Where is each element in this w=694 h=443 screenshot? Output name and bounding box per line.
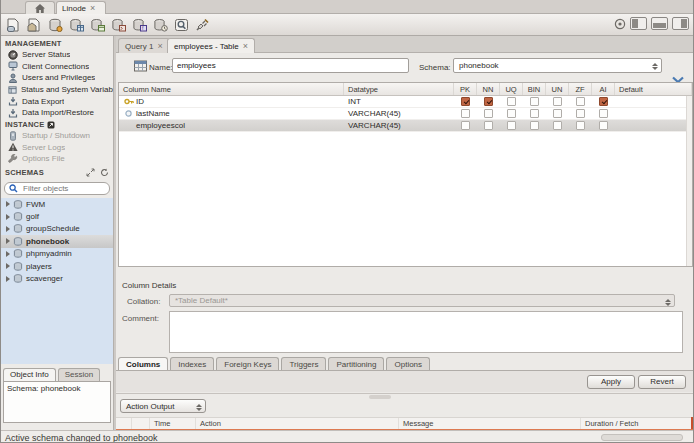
create-function-icon[interactable]: f bbox=[131, 17, 148, 33]
nn-checkbox[interactable] bbox=[484, 97, 493, 106]
collation-select[interactable]: *Table Default* bbox=[169, 294, 675, 307]
schema-select[interactable]: phonebook bbox=[453, 58, 662, 73]
revert-button[interactable]: Revert bbox=[638, 375, 686, 389]
uq-checkbox[interactable] bbox=[507, 97, 516, 106]
sidebar-item-server-logs[interactable]: Server Logs bbox=[1, 142, 113, 154]
expand-arrow-icon[interactable] bbox=[6, 201, 10, 207]
sidebar-item-data-import[interactable]: Data Import/Restore bbox=[1, 107, 113, 119]
pk-checkbox[interactable] bbox=[461, 97, 470, 106]
spinner-arrows-icon[interactable] bbox=[650, 61, 659, 71]
schema-filter[interactable] bbox=[4, 182, 110, 195]
search-table-data-icon[interactable] bbox=[173, 17, 190, 33]
uq-checkbox[interactable] bbox=[507, 109, 516, 118]
sidebar-item-options-file[interactable]: Options File bbox=[1, 153, 113, 165]
col-header-time[interactable]: Time bbox=[150, 418, 196, 429]
connection-tab-linode[interactable]: Linode × bbox=[56, 1, 106, 14]
default-cell[interactable] bbox=[615, 96, 692, 107]
table-row-lastname[interactable]: lastName VARCHAR(45) bbox=[119, 108, 692, 120]
col-header-un[interactable]: UN bbox=[546, 83, 569, 95]
expand-arrow-icon[interactable] bbox=[6, 251, 10, 257]
un-checkbox[interactable] bbox=[553, 97, 562, 106]
tab-triggers[interactable]: Triggers bbox=[281, 357, 326, 371]
panel-splitter-handle[interactable] bbox=[369, 395, 391, 399]
pk-checkbox[interactable] bbox=[461, 109, 470, 118]
table-name-input[interactable] bbox=[172, 58, 409, 73]
expand-panel-icon[interactable] bbox=[86, 168, 95, 177]
expand-arrow-icon[interactable] bbox=[6, 238, 10, 244]
tab-options[interactable]: Options bbox=[386, 357, 430, 371]
col-header-action[interactable]: Action bbox=[196, 418, 399, 429]
refresh-schemas-icon[interactable] bbox=[100, 168, 109, 177]
sidebar-item-server-status[interactable]: Server Status bbox=[1, 49, 113, 61]
sidebar-item-data-export[interactable]: Data Export bbox=[1, 95, 113, 107]
col-header-default[interactable]: Default bbox=[615, 83, 692, 95]
col-header-pk[interactable]: PK bbox=[454, 83, 477, 95]
un-checkbox[interactable] bbox=[553, 121, 562, 130]
tab-indexes[interactable]: Indexes bbox=[170, 357, 214, 371]
ai-checkbox[interactable] bbox=[599, 97, 608, 106]
zf-checkbox[interactable] bbox=[576, 121, 585, 130]
close-icon[interactable]: × bbox=[157, 42, 162, 50]
ai-checkbox[interactable] bbox=[599, 121, 608, 130]
un-checkbox[interactable] bbox=[553, 109, 562, 118]
bin-checkbox[interactable] bbox=[530, 109, 539, 118]
col-header-zf[interactable]: ZF bbox=[569, 83, 592, 95]
create-schema-icon[interactable] bbox=[47, 17, 64, 33]
bin-checkbox[interactable] bbox=[530, 121, 539, 130]
tab-session[interactable]: Session bbox=[58, 368, 100, 381]
create-view-icon[interactable] bbox=[89, 17, 106, 33]
bin-checkbox[interactable] bbox=[530, 97, 539, 106]
sidebar-item-status-system-variables[interactable]: Status and System Variables bbox=[1, 84, 113, 96]
toggle-left-panel-button[interactable] bbox=[630, 17, 647, 30]
schema-item-players[interactable]: players bbox=[1, 260, 113, 272]
table-row-id[interactable]: ID INT bbox=[119, 96, 692, 108]
col-header-nn[interactable]: NN bbox=[477, 83, 500, 95]
schema-item-fwm[interactable]: FWM bbox=[1, 198, 113, 210]
col-header-bin[interactable]: BIN bbox=[523, 83, 546, 95]
pk-checkbox[interactable] bbox=[461, 121, 470, 130]
col-header-message[interactable]: Message bbox=[399, 418, 581, 429]
create-table-icon[interactable] bbox=[68, 17, 85, 33]
table-row-employeescol[interactable]: employeescol VARCHAR(45) bbox=[119, 120, 692, 132]
sidebar-item-client-connections[interactable]: Client Connections bbox=[1, 61, 113, 73]
spinner-arrows-icon[interactable] bbox=[663, 297, 672, 307]
zf-checkbox[interactable] bbox=[576, 109, 585, 118]
nn-checkbox[interactable] bbox=[484, 109, 493, 118]
tab-employees-table[interactable]: employees - Table× bbox=[167, 38, 255, 53]
open-sql-script-icon[interactable] bbox=[26, 17, 43, 33]
tab-query-1[interactable]: Query 1× bbox=[118, 38, 170, 53]
toggle-bottom-panel-button[interactable] bbox=[651, 17, 668, 30]
home-tab[interactable] bbox=[25, 1, 55, 14]
uq-checkbox[interactable] bbox=[507, 121, 516, 130]
create-procedure-icon[interactable] bbox=[110, 17, 127, 33]
expand-arrow-icon[interactable] bbox=[6, 226, 10, 232]
col-header-datatype[interactable]: Datatype bbox=[344, 83, 454, 95]
zf-checkbox[interactable] bbox=[576, 97, 585, 106]
tab-columns[interactable]: Columns bbox=[118, 357, 168, 371]
close-icon[interactable]: × bbox=[90, 4, 95, 12]
apply-button[interactable]: Apply bbox=[587, 375, 635, 389]
tab-partitioning[interactable]: Partitioning bbox=[328, 357, 384, 371]
grid-vertical-scrollbar[interactable] bbox=[686, 96, 692, 266]
horizontal-scrollbar-thumb[interactable] bbox=[601, 434, 683, 441]
schema-filter-input[interactable] bbox=[21, 183, 101, 194]
tab-object-info[interactable]: Object Info bbox=[3, 368, 56, 381]
schema-item-groupschedule[interactable]: groupSchedule bbox=[1, 223, 113, 235]
schema-item-phonebook[interactable]: phonebook bbox=[1, 235, 113, 247]
default-cell[interactable] bbox=[615, 108, 692, 119]
ai-checkbox[interactable] bbox=[599, 109, 608, 118]
expand-arrow-icon[interactable] bbox=[6, 263, 10, 269]
schema-item-phpmyadmin[interactable]: phpmyadmin bbox=[1, 248, 113, 260]
action-output-selector[interactable]: Action Output bbox=[120, 399, 206, 413]
tab-foreign-keys[interactable]: Foreign Keys bbox=[216, 357, 279, 371]
reconnect-dbms-icon[interactable] bbox=[194, 17, 211, 33]
col-header-duration[interactable]: Duration / Fetch bbox=[581, 418, 694, 429]
new-query-tab-icon[interactable] bbox=[5, 17, 22, 33]
create-event-icon[interactable] bbox=[152, 17, 169, 33]
schema-item-scavenger[interactable]: scavenger bbox=[1, 272, 113, 284]
col-header-ai[interactable]: AI bbox=[592, 83, 615, 95]
col-header-uq[interactable]: UQ bbox=[500, 83, 523, 95]
schema-item-golf[interactable]: golf bbox=[1, 210, 113, 222]
col-header-name[interactable]: Column Name bbox=[119, 83, 344, 95]
sidebar-item-users-privileges[interactable]: Users and Privileges bbox=[1, 72, 113, 84]
